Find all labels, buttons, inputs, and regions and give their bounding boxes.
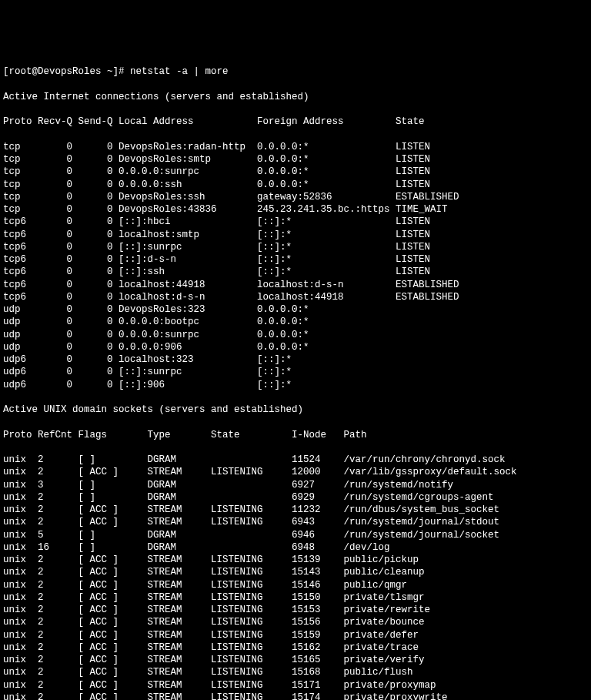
- inet-row: tcp 0 0 0.0.0.0:sunrpc 0.0.0.0:* LISTEN: [3, 166, 588, 178]
- unix-row: unix 2 [ ACC ] STREAM LISTENING 15143 pu…: [3, 566, 588, 578]
- inet-row: udp6 0 0 [::]:sunrpc [::]:*: [3, 366, 588, 378]
- unix-row: unix 2 [ ACC ] STREAM LISTENING 15150 pr…: [3, 591, 588, 604]
- unix-row: unix 16 [ ] DGRAM 6948 /dev/log: [3, 541, 588, 554]
- unix-rows: unix 2 [ ] DGRAM 11524 /var/run/chrony/c…: [3, 454, 588, 700]
- unix-row: unix 2 [ ACC ] STREAM LISTENING 15139 pu…: [3, 554, 588, 566]
- inet-row: tcp 0 0 DevopsRoles:ssh gateway:52836 ES…: [3, 191, 588, 203]
- inet-row: udp6 0 0 localhost:323 [::]:*: [3, 353, 588, 366]
- inet-row: tcp6 0 0 [::]:hbci [::]:* LISTEN: [3, 216, 588, 228]
- unix-row: unix 5 [ ] DGRAM 6946 /run/systemd/journ…: [3, 529, 588, 541]
- unix-row: unix 2 [ ] DGRAM 11524 /var/run/chrony/c…: [3, 454, 588, 466]
- unix-row: unix 2 [ ACC ] STREAM LISTENING 15159 pr…: [3, 629, 588, 641]
- inet-row: tcp 0 0 DevopsRoles:radan-http 0.0.0.0:*…: [3, 141, 588, 153]
- unix-row: unix 2 [ ACC ] STREAM LISTENING 15174 pr…: [3, 692, 588, 700]
- inet-row: tcp6 0 0 [::]:ssh [::]:* LISTEN: [3, 266, 588, 278]
- inet-row: tcp 0 0 DevopsRoles:smtp 0.0.0.0:* LISTE…: [3, 153, 588, 166]
- inet-rows: tcp 0 0 DevopsRoles:radan-http 0.0.0.0:*…: [3, 141, 588, 391]
- inet-row: tcp6 0 0 [::]:sunrpc [::]:* LISTEN: [3, 241, 588, 253]
- unix-row: unix 2 [ ACC ] STREAM LISTENING 15153 pr…: [3, 604, 588, 616]
- unix-row: unix 3 [ ] DGRAM 6927 /run/systemd/notif…: [3, 479, 588, 491]
- inet-row: tcp6 0 0 localhost:44918 localhost:d-s-n…: [3, 279, 588, 291]
- section-header-unix: Active UNIX domain sockets (servers and …: [3, 404, 588, 416]
- inet-row: udp 0 0 DevopsRoles:323 0.0.0.0:*: [3, 303, 588, 316]
- shell-prompt: [root@DevopsRoles ~]# netstat -a | more: [3, 65, 588, 78]
- inet-row: tcp6 0 0 localhost:d-s-n localhost:44918…: [3, 291, 588, 303]
- unix-row: unix 2 [ ACC ] STREAM LISTENING 15168 pu…: [3, 666, 588, 678]
- unix-row: unix 2 [ ACC ] STREAM LISTENING 15171 pr…: [3, 679, 588, 692]
- inet-columns: Proto Recv-Q Send-Q Local Address Foreig…: [3, 116, 588, 128]
- unix-row: unix 2 [ ACC ] STREAM LISTENING 12000 /v…: [3, 466, 588, 478]
- inet-row: tcp6 0 0 localhost:smtp [::]:* LISTEN: [3, 229, 588, 241]
- inet-row: udp6 0 0 [::]:906 [::]:*: [3, 379, 588, 391]
- inet-row: tcp 0 0 0.0.0.0:ssh 0.0.0.0:* LISTEN: [3, 179, 588, 191]
- terminal-output: [root@DevopsRoles ~]# netstat -a | more …: [3, 53, 588, 700]
- unix-row: unix 2 [ ACC ] STREAM LISTENING 15146 pu…: [3, 579, 588, 591]
- unix-row: unix 2 [ ACC ] STREAM LISTENING 15156 pr…: [3, 616, 588, 628]
- unix-row: unix 2 [ ACC ] STREAM LISTENING 11232 /r…: [3, 504, 588, 516]
- unix-row: unix 2 [ ] DGRAM 6929 /run/systemd/cgrou…: [3, 491, 588, 504]
- inet-row: udp 0 0 0.0.0.0:bootpc 0.0.0.0:*: [3, 316, 588, 328]
- inet-row: udp 0 0 0.0.0.0:906 0.0.0.0:*: [3, 341, 588, 353]
- inet-row: tcp 0 0 DevopsRoles:43836 245.23.241.35.…: [3, 203, 588, 216]
- unix-row: unix 2 [ ACC ] STREAM LISTENING 15162 pr…: [3, 641, 588, 654]
- inet-row: tcp6 0 0 [::]:d-s-n [::]:* LISTEN: [3, 253, 588, 266]
- unix-columns: Proto RefCnt Flags Type State I-Node Pat…: [3, 429, 588, 441]
- inet-row: udp 0 0 0.0.0.0:sunrpc 0.0.0.0:*: [3, 329, 588, 341]
- unix-row: unix 2 [ ACC ] STREAM LISTENING 6943 /ru…: [3, 516, 588, 528]
- unix-row: unix 2 [ ACC ] STREAM LISTENING 15165 pr…: [3, 654, 588, 666]
- section-header-inet: Active Internet connections (servers and…: [3, 91, 588, 103]
